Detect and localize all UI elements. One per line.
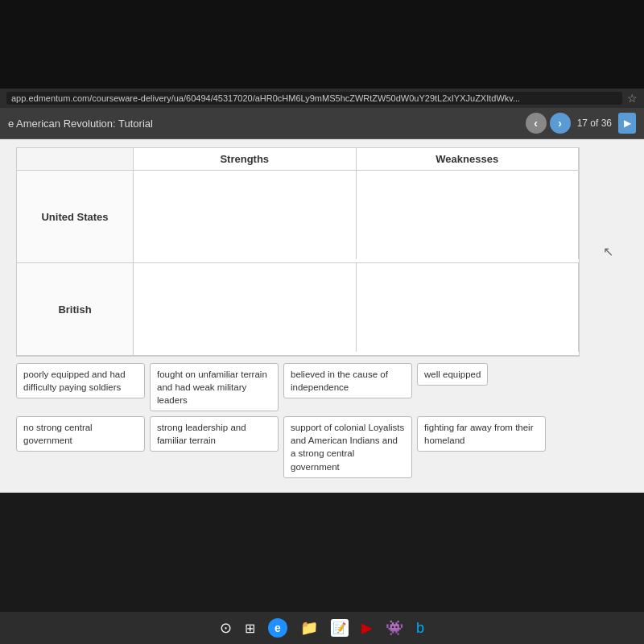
table-header-row: Strengths Weaknesses	[17, 148, 579, 171]
chip-poorly-equipped[interactable]: poorly equipped and had difficulty payin…	[16, 363, 145, 398]
row-label-british: British	[17, 263, 134, 355]
url-bar: app.edmentum.com/courseware-delivery/ua/…	[6, 92, 622, 105]
chips-area: poorly equipped and had difficulty payin…	[8, 357, 588, 485]
app-title: e American Revolution: Tutorial	[8, 118, 153, 130]
taskbar-folder-icon[interactable]: 📁	[300, 619, 318, 637]
play-button[interactable]: ▶	[618, 113, 636, 134]
chip-no-strong-central[interactable]: no strong central government	[16, 416, 145, 452]
th-empty	[17, 148, 134, 170]
nav-next-button[interactable]: ›	[550, 113, 571, 134]
nav-controls: ‹ › 17 of 36 ▶	[526, 113, 636, 134]
taskbar-edge-icon[interactable]: e	[268, 618, 287, 638]
th-strengths: Strengths	[134, 148, 357, 170]
chip-well-equipped[interactable]: well equipped	[417, 363, 488, 386]
chip-support-loyalists[interactable]: support of colonial Loyalists and Americ…	[283, 416, 412, 477]
taskbar: ⊙ ⊞ e 📁 📝 ▶ 👾 b	[0, 612, 644, 644]
nav-prev-button[interactable]: ‹	[526, 113, 547, 134]
app-header: e American Revolution: Tutorial ‹ › 17 o…	[0, 108, 644, 139]
cell-us-weaknesses[interactable]	[357, 171, 580, 259]
table-row-us: United States	[17, 171, 579, 263]
table-container: Strengths Weaknesses United States Briti…	[16, 147, 580, 357]
browser-chrome: app.edmentum.com/courseware-delivery/ua/…	[0, 89, 644, 108]
chip-fighting-far-away[interactable]: fighting far away from their homeland	[417, 416, 546, 452]
main-content: Strengths Weaknesses United States Briti…	[0, 139, 644, 493]
taskbar-youtube-icon[interactable]: ▶	[361, 619, 373, 637]
cursor-icon: ↖	[603, 244, 613, 259]
taskbar-circle-icon[interactable]: ⊙	[220, 619, 232, 637]
table-row-british: British	[17, 263, 579, 356]
th-weaknesses: Weaknesses	[357, 148, 580, 170]
chip-unfamiliar-terrain[interactable]: fought on unfamiliar terrain and had wea…	[150, 363, 279, 411]
star-icon[interactable]: ☆	[627, 92, 638, 105]
taskbar-reddit-icon[interactable]: 👾	[386, 619, 403, 637]
page-count: 17 of 36	[577, 118, 612, 129]
taskbar-grid-icon[interactable]: ⊞	[245, 621, 255, 636]
content-wrapper: Strengths Weaknesses United States Briti…	[8, 147, 628, 485]
cell-us-strengths[interactable]	[134, 171, 357, 259]
top-black-bar	[0, 0, 644, 89]
right-panel: ↖	[588, 147, 628, 485]
cell-british-weaknesses[interactable]	[357, 263, 580, 352]
taskbar-bing-icon[interactable]: b	[416, 620, 424, 637]
chip-believed-independence[interactable]: believed in the cause of independence	[283, 363, 412, 398]
chip-strong-leadership[interactable]: strong leadership and familiar terrain	[150, 416, 279, 452]
left-panel: Strengths Weaknesses United States Briti…	[8, 147, 588, 485]
row-label-us: United States	[17, 171, 134, 262]
cell-british-strengths[interactable]	[134, 263, 357, 352]
taskbar-notes-icon[interactable]: 📝	[331, 619, 349, 637]
